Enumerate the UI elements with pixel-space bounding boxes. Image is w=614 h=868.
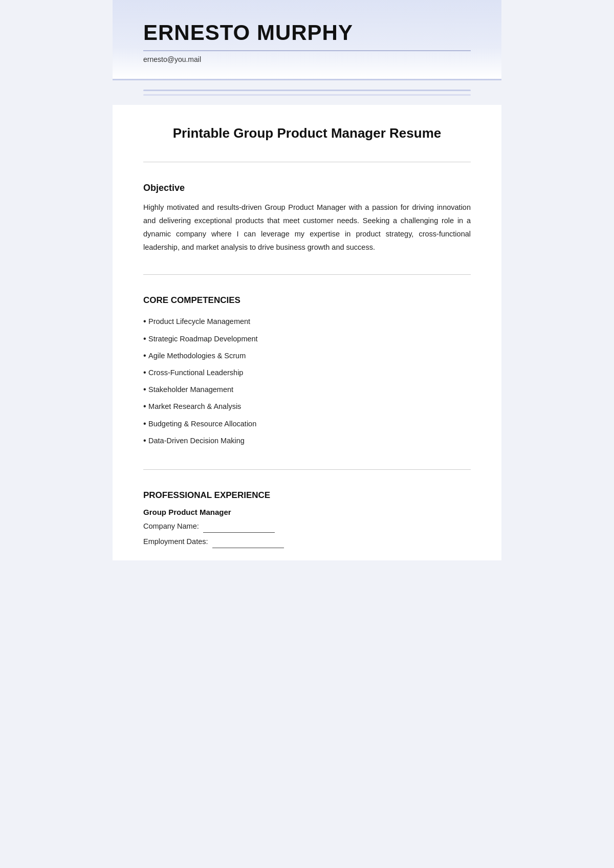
list-item: Agile Methodologies & Scrum bbox=[143, 347, 471, 364]
experience-section: PROFESSIONAL EXPERIENCE Group Product Ma… bbox=[143, 480, 471, 560]
header-divider bbox=[143, 50, 471, 51]
competencies-list: Product Lifecycle Management Strategic R… bbox=[143, 313, 471, 449]
competencies-section: CORE COMPETENCIES Product Lifecycle Mana… bbox=[143, 285, 471, 459]
decorative-stripe bbox=[113, 80, 501, 105]
divider-before-competencies bbox=[143, 274, 471, 275]
list-item: Data-Driven Decision Making bbox=[143, 432, 471, 449]
divider-before-objective bbox=[143, 162, 471, 162]
competencies-title: CORE COMPETENCIES bbox=[143, 295, 471, 306]
list-item: Stakeholder Management bbox=[143, 381, 471, 398]
content-area: Objective Highly motivated and results-d… bbox=[113, 162, 501, 560]
experience-role: Group Product Manager bbox=[143, 508, 471, 516]
list-item: Strategic Roadmap Development bbox=[143, 330, 471, 347]
header-section: ERNESTO MURPHY ernesto@you.mail bbox=[113, 0, 501, 80]
objective-title: Objective bbox=[143, 183, 471, 193]
doc-title-section: Printable Group Product Manager Resume bbox=[113, 105, 501, 151]
list-item: Product Lifecycle Management bbox=[143, 313, 471, 330]
company-field: Company Name: bbox=[143, 519, 471, 533]
decorative-line-1 bbox=[143, 90, 471, 91]
divider-before-experience bbox=[143, 469, 471, 470]
list-item: Budgeting & Resource Allocation bbox=[143, 415, 471, 432]
dates-line bbox=[212, 548, 284, 548]
company-line bbox=[203, 532, 275, 533]
candidate-name: ERNESTO MURPHY bbox=[143, 20, 471, 45]
candidate-email: ernesto@you.mail bbox=[143, 55, 471, 63]
experience-title: PROFESSIONAL EXPERIENCE bbox=[143, 490, 471, 501]
resume-page: ERNESTO MURPHY ernesto@you.mail Printabl… bbox=[113, 0, 501, 560]
decorative-line-2 bbox=[143, 94, 471, 96]
list-item: Market Research & Analysis bbox=[143, 398, 471, 415]
objective-text: Highly motivated and results-driven Grou… bbox=[143, 201, 471, 254]
list-item: Cross-Functional Leadership bbox=[143, 364, 471, 381]
dates-field: Employment Dates: bbox=[143, 535, 471, 548]
objective-section: Objective Highly motivated and results-d… bbox=[143, 172, 471, 264]
document-title: Printable Group Product Manager Resume bbox=[143, 125, 471, 141]
